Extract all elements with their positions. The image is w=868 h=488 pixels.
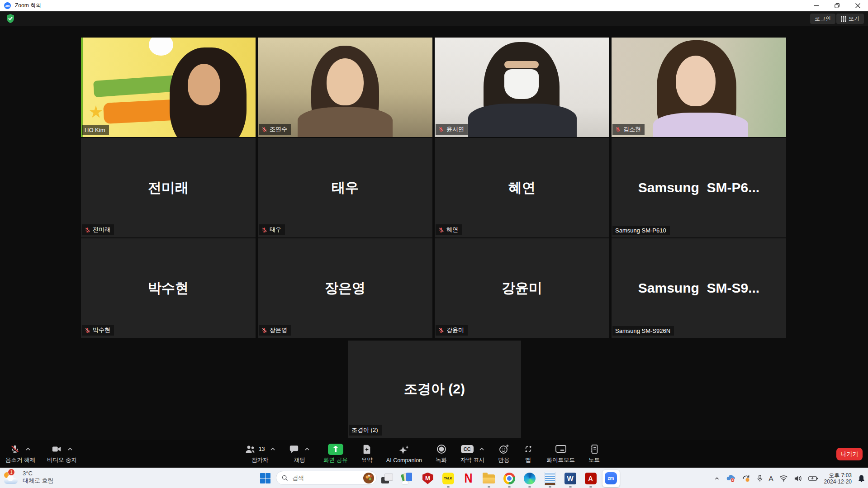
restore-button[interactable] [826,0,847,11]
record-label: 녹화 [436,456,447,464]
taskbar-netflix[interactable]: N [458,468,479,488]
participant-big-name: 태우 [258,138,432,237]
video-tile-yunseoyeon[interactable]: 윤서연 [435,38,609,137]
reactions-button[interactable]: 반응 [498,440,510,468]
window-title: Zoom 회의 [15,2,41,9]
participants-icon [244,444,256,454]
clock[interactable]: 오후 7:03 2024-12-20 [824,472,852,485]
chat-icon [289,444,299,454]
participant-big-name: 박수현 [81,238,256,338]
ime-indicator[interactable]: A [769,474,773,482]
chevron-up-icon[interactable] [270,447,275,451]
name-tag: 김소현 [612,124,645,135]
video-tile-kimsohyun[interactable]: 김소현 [612,38,786,137]
notepad-icon [545,472,555,485]
login-button[interactable]: 로그인 [810,14,835,24]
taskbar-acrobat[interactable]: A [580,468,601,488]
name-tag: HO Kim [82,125,109,135]
tray-chevron-up-icon[interactable] [714,475,720,482]
share-screen-button[interactable]: 화면 공유 [323,440,347,468]
wifi-icon[interactable] [779,475,788,482]
taskbar-file-explorer[interactable] [479,468,499,488]
record-button[interactable]: 녹화 [436,440,447,468]
video-tile-jokyounga[interactable]: 조경아 (2) 조경아 (2) [348,341,521,438]
participant-name: 조경아 (2) [351,426,378,434]
captions-button[interactable]: CC 자막 표시 [460,440,484,468]
joyeonsu-video [258,38,432,137]
taskbar-notepad[interactable] [540,468,560,488]
sync-update-icon[interactable] [742,474,751,483]
name-tag: 박수현 [82,325,114,336]
participant-name: 태우 [270,226,281,234]
participants-count: 13 [259,446,265,452]
whiteboard-icon [555,444,567,454]
minimize-button[interactable] [806,0,826,11]
chevron-up-icon[interactable] [304,447,310,451]
tray-mic-icon[interactable] [757,474,763,483]
video-tile-jeonmirae[interactable]: 전미래 전미래 [81,138,256,237]
video-tile-hyeyeon[interactable]: 혜연 혜연 [435,138,609,237]
taskbar-documents[interactable] [397,468,417,488]
taskbar-word[interactable]: W [560,468,580,488]
participant-big-name: 혜연 [435,138,609,237]
notes-button[interactable]: 노트 [588,440,600,468]
notifications-bell-icon[interactable] [858,474,865,483]
apps-button[interactable]: 앱 [523,440,533,468]
muted-mic-icon [261,127,267,133]
video-tile-jangeunyoung[interactable]: 장은영 장은영 [258,238,432,338]
chevron-up-icon[interactable] [25,447,31,451]
taskbar-desktop[interactable] [377,468,397,488]
zoom-toolbar: 음소거 해제 비디오 중지 13 참가자 채팅 [0,440,868,468]
participant-big-name: 조경아 (2) [348,341,521,438]
close-button[interactable] [847,0,868,11]
chevron-up-icon[interactable] [67,447,73,451]
zoom-icon: zm [605,472,617,484]
name-tag: Samsung SM-S926N [612,326,674,336]
kakaotalk-label: TALK [444,477,452,480]
encryption-shield-icon[interactable] [6,14,14,23]
stop-video-button[interactable]: 비디오 중지 [47,440,77,468]
name-tag: 윤서연 [436,124,468,135]
taskbar-kakaotalk[interactable]: TALK [438,468,458,488]
onedrive-error-icon[interactable] [726,474,736,483]
video-tile-joyeonsu[interactable]: 조연수 [258,38,432,137]
summary-label: 요약 [361,456,373,464]
view-button[interactable]: 보기 [836,14,864,24]
taskbar-mcafee[interactable]: M [417,468,438,488]
whiteboard-label: 화이트보드 [547,456,575,464]
unmute-button[interactable]: 음소거 해제 [5,440,35,468]
weather-icon: 1 [4,470,19,484]
video-tile-parksuhyun[interactable]: 박수현 박수현 [81,238,256,338]
video-tile-ho-kim[interactable]: HO Kim [81,38,256,137]
whiteboard-button[interactable]: 화이트보드 [547,440,575,468]
yunseoyeon-video [435,38,609,137]
taskbar-zoom-active[interactable]: zm [601,468,621,488]
video-row-3: 박수현 박수현 장은영 장은영 강윤미 강윤미 Samsung SM-S9...… [81,238,786,338]
ai-companion-button[interactable]: AI Companion [386,440,422,468]
muted-mic-icon [438,227,444,233]
search-box[interactable]: 검색 [276,471,377,485]
taskbar-chrome[interactable] [499,468,519,488]
chevron-up-icon[interactable] [479,447,484,451]
battery-icon[interactable] [808,475,818,482]
search-icon [282,475,288,481]
chat-button[interactable]: 채팅 [289,440,310,468]
volume-icon[interactable] [794,475,802,482]
weather-widget[interactable]: 1 3°C 대체로 흐림 [4,470,54,484]
video-tile-samsung-p610[interactable]: Samsung SM-P6... Samsung SM-P610 [612,138,786,237]
taskbar-edge[interactable] [519,468,540,488]
video-tile-samsung-s926n[interactable]: Samsung SM-S9... Samsung SM-S926N [612,238,786,338]
search-highlight-icon[interactable] [363,473,374,483]
video-tile-kangyunmi[interactable]: 강윤미 강윤미 [435,238,609,338]
file-explorer-icon [483,474,495,483]
start-button[interactable] [260,473,270,483]
leave-button[interactable]: 나가기 [836,448,863,460]
video-tile-taewoo[interactable]: 태우 태우 [258,138,432,237]
name-tag: 조경아 (2) [349,425,382,436]
taskbar-apps: M TALK N W A zm [377,468,621,488]
summary-button[interactable]: 요약 [361,440,373,468]
zoom-app-icon: zm [4,2,11,9]
participant-name: 박수현 [93,326,110,334]
chrome-icon [503,473,515,484]
participants-button[interactable]: 13 참가자 [244,440,275,468]
